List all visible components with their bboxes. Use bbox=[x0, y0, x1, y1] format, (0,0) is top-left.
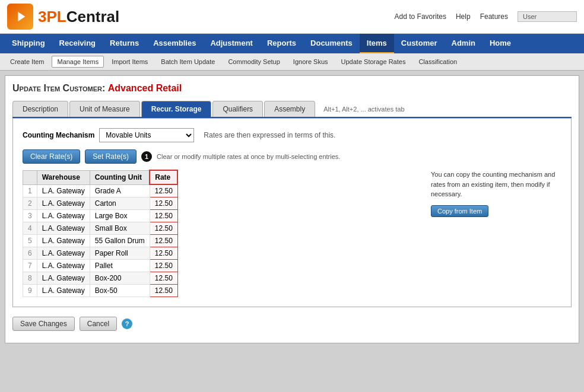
top-right-links: Add to Favorites Help Features User bbox=[395, 11, 577, 22]
nav-home[interactable]: Home bbox=[483, 34, 518, 53]
nav-assemblies[interactable]: Assemblies bbox=[146, 34, 203, 53]
table-row[interactable]: 2L.A. GatewayCarton12.50 bbox=[23, 197, 178, 210]
tab-assembly[interactable]: Assembly bbox=[264, 101, 315, 117]
cell-counting-unit: Large Box bbox=[90, 210, 150, 222]
tab-hint: Alt+1, Alt+2, ... activates tab bbox=[323, 106, 404, 113]
subnav-manage-items[interactable]: Manage Items bbox=[52, 56, 104, 68]
cell-num: 6 bbox=[23, 247, 37, 260]
cell-rate[interactable]: 12.50 bbox=[150, 247, 177, 260]
customer-label: Customer: bbox=[63, 83, 106, 93]
page-title-text: Update Item bbox=[12, 83, 60, 93]
counting-note: Rates are then expressed in terms of thi… bbox=[204, 131, 335, 139]
cell-warehouse: L.A. Gateway bbox=[37, 184, 90, 197]
table-row[interactable]: 8L.A. GatewayBox-20012.50 bbox=[23, 272, 178, 285]
table-row[interactable]: 4L.A. GatewaySmall Box12.50 bbox=[23, 222, 178, 235]
tab-unit-of-measure[interactable]: Unit of Measure bbox=[69, 101, 140, 117]
subnav-update-storage-rates[interactable]: Update Storage Rates bbox=[336, 56, 411, 68]
counting-mechanism-row: Counting Mechanism Movable Units Fixed P… bbox=[23, 128, 561, 142]
set-rates-button[interactable]: Set Rate(s) bbox=[85, 149, 137, 164]
tab-bar: Description Unit of Measure Recur. Stora… bbox=[12, 101, 572, 118]
help-icon[interactable]: ? bbox=[122, 318, 132, 329]
tab-qualifiers[interactable]: Qualifiers bbox=[212, 101, 263, 117]
cell-rate[interactable]: 12.50 bbox=[150, 272, 177, 285]
cell-num: 1 bbox=[23, 184, 37, 197]
cell-num: 2 bbox=[23, 197, 37, 210]
cell-counting-unit: Carton bbox=[90, 197, 150, 210]
cell-warehouse: L.A. Gateway bbox=[37, 235, 90, 247]
top-bar: 3PLCentral Add to Favorites Help Feature… bbox=[0, 0, 584, 34]
cell-counting-unit: 55 Gallon Drum bbox=[90, 235, 150, 247]
cell-num: 8 bbox=[23, 272, 37, 285]
page-title: Update Item Customer: Advanced Retail bbox=[12, 83, 572, 94]
cell-rate[interactable]: 12.50 bbox=[150, 210, 177, 222]
save-changes-button[interactable]: Save Changes bbox=[12, 317, 75, 331]
cell-num: 7 bbox=[23, 260, 37, 272]
cell-num: 9 bbox=[23, 285, 37, 297]
nav-admin[interactable]: Admin bbox=[445, 34, 483, 53]
table-row[interactable]: 3L.A. GatewayLarge Box12.50 bbox=[23, 210, 178, 222]
tab-recur-storage[interactable]: Recur. Storage bbox=[141, 101, 212, 117]
copy-from-item-button[interactable]: Copy from Item bbox=[431, 205, 488, 217]
cell-warehouse: L.A. Gateway bbox=[37, 260, 90, 272]
right-panel: You can copy the counting mechanism and … bbox=[431, 170, 561, 297]
subnav-create-item[interactable]: Create Item bbox=[5, 56, 49, 68]
cell-num: 5 bbox=[23, 235, 37, 247]
cell-warehouse: L.A. Gateway bbox=[37, 210, 90, 222]
main-layout: Warehouse Counting Unit Rate 1L.A. Gatew… bbox=[23, 170, 561, 297]
table-row[interactable]: 5L.A. Gateway55 Gallon Drum12.50 bbox=[23, 235, 178, 247]
user-display: User bbox=[518, 11, 577, 22]
cell-num: 3 bbox=[23, 210, 37, 222]
nav-customer[interactable]: Customer bbox=[394, 34, 445, 53]
cell-counting-unit: Box-200 bbox=[90, 272, 150, 285]
cell-warehouse: L.A. Gateway bbox=[37, 272, 90, 285]
cell-rate[interactable]: 12.50 bbox=[150, 285, 177, 297]
features-link[interactable]: Features bbox=[480, 12, 508, 21]
cell-rate[interactable]: 12.50 bbox=[150, 197, 177, 210]
cell-warehouse: L.A. Gateway bbox=[37, 247, 90, 260]
main-nav: Shipping Receiving Returns Assemblies Ad… bbox=[0, 34, 584, 53]
tab-description[interactable]: Description bbox=[12, 101, 68, 117]
table-row[interactable]: 7L.A. GatewayPallet12.50 bbox=[23, 260, 178, 272]
nav-receiving[interactable]: Receiving bbox=[52, 34, 103, 53]
buttons-note: Clear or modify multiple rates at once b… bbox=[157, 153, 340, 160]
counting-mechanism-select[interactable]: Movable Units Fixed Per Unit bbox=[99, 128, 194, 142]
subnav-commodity-setup[interactable]: Commodity Setup bbox=[223, 56, 285, 68]
rate-table-container: Warehouse Counting Unit Rate 1L.A. Gatew… bbox=[23, 170, 421, 297]
buttons-row: Clear Rate(s) Set Rate(s) 1 Clear or mod… bbox=[23, 149, 561, 164]
nav-shipping[interactable]: Shipping bbox=[5, 34, 52, 53]
cancel-button[interactable]: Cancel bbox=[80, 317, 117, 331]
cell-rate[interactable]: 12.50 bbox=[150, 184, 177, 197]
nav-returns[interactable]: Returns bbox=[103, 34, 146, 53]
nav-items[interactable]: Items bbox=[360, 34, 394, 53]
subnav-import-items[interactable]: Import Items bbox=[106, 56, 153, 68]
col-warehouse: Warehouse bbox=[37, 170, 90, 184]
cell-counting-unit: Pallet bbox=[90, 260, 150, 272]
nav-reports[interactable]: Reports bbox=[260, 34, 303, 53]
table-row[interactable]: 1L.A. GatewayGrade A12.50 bbox=[23, 184, 178, 197]
cell-counting-unit: Box-50 bbox=[90, 285, 150, 297]
table-row[interactable]: 9L.A. GatewayBox-5012.50 bbox=[23, 285, 178, 297]
page-content: Update Item Customer: Advanced Retail De… bbox=[5, 75, 579, 343]
cell-num: 4 bbox=[23, 222, 37, 235]
bottom-bar: Save Changes Cancel ? bbox=[12, 312, 572, 336]
cell-rate[interactable]: 12.50 bbox=[150, 235, 177, 247]
clear-rates-button[interactable]: Clear Rate(s) bbox=[23, 149, 80, 164]
cell-warehouse: L.A. Gateway bbox=[37, 222, 90, 235]
subnav-batch-item-update[interactable]: Batch Item Update bbox=[155, 56, 220, 68]
logo-text: 3PLCentral bbox=[38, 8, 119, 26]
nav-documents[interactable]: Documents bbox=[303, 34, 360, 53]
cell-rate[interactable]: 12.50 bbox=[150, 260, 177, 272]
logo-icon bbox=[7, 4, 33, 30]
cell-counting-unit: Paper Roll bbox=[90, 247, 150, 260]
nav-adjustment[interactable]: Adjustment bbox=[203, 34, 260, 53]
subnav-ignore-skus[interactable]: Ignore Skus bbox=[288, 56, 334, 68]
cell-rate[interactable]: 12.50 bbox=[150, 222, 177, 235]
col-rate: Rate bbox=[150, 170, 177, 184]
sub-nav: Create Item Manage Items Import Items Ba… bbox=[0, 53, 584, 71]
rate-table: Warehouse Counting Unit Rate 1L.A. Gatew… bbox=[23, 170, 178, 297]
table-row[interactable]: 6L.A. GatewayPaper Roll12.50 bbox=[23, 247, 178, 260]
cell-counting-unit: Small Box bbox=[90, 222, 150, 235]
add-to-favorites-link[interactable]: Add to Favorites bbox=[395, 12, 446, 21]
help-link[interactable]: Help bbox=[456, 12, 471, 21]
subnav-classification[interactable]: Classification bbox=[413, 56, 462, 68]
